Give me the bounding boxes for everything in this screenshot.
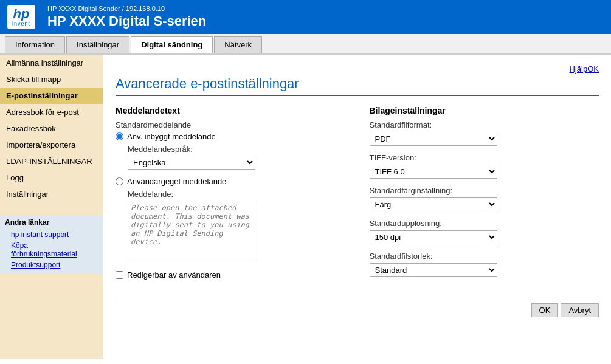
file-format-group: Standardfilformat: PDF TIFF JPEG bbox=[370, 120, 599, 146]
hp-logo: hp invent bbox=[7, 5, 35, 29]
editable-checkbox[interactable] bbox=[116, 271, 123, 279]
filesize-group: Standardfilstorlek: Standard Liten Stor bbox=[370, 252, 599, 277]
radio-builtin[interactable]: Anv. inbyggt meddelande bbox=[116, 132, 345, 141]
sidebar-item-fax[interactable]: Faxadressbok bbox=[0, 120, 103, 137]
sidebar-link-produktsupport[interactable]: Produktsupport bbox=[5, 259, 98, 270]
language-label: Meddelandespråk: bbox=[128, 145, 345, 154]
sidebar-item-adressbok[interactable]: Adressbok för e-post bbox=[0, 104, 103, 120]
color-label: Standardfärginställning: bbox=[370, 186, 599, 195]
sidebar-link-hp-support[interactable]: hp instant support bbox=[5, 229, 98, 240]
message-field-group: Meddelande: bbox=[128, 190, 345, 263]
tab-installningar[interactable]: Inställningar bbox=[66, 36, 129, 53]
tab-digital-sandning[interactable]: Digital sändning bbox=[131, 36, 213, 53]
content-area: Allmänna inställningar Skicka till mapp … bbox=[0, 55, 611, 359]
tiff-group: TIFF-version: TIFF 6.0 TIFF 4.0 bbox=[370, 153, 599, 179]
standard-label: Standardmeddelande bbox=[116, 120, 345, 129]
cancel-button[interactable]: Avbryt bbox=[561, 303, 599, 317]
main-content: OK Hjälp Avancerade e-postinställningar … bbox=[103, 55, 611, 359]
radio-group-message: Anv. inbyggt meddelande Meddelandespråk:… bbox=[116, 132, 345, 263]
attachment-section-title: Bilageinställningar bbox=[370, 106, 599, 115]
sidebar: Allmänna inställningar Skicka till mapp … bbox=[0, 55, 103, 359]
tiff-label: TIFF-version: bbox=[370, 153, 599, 162]
other-links-title: Andra länkar bbox=[5, 218, 98, 227]
radio-builtin-input[interactable] bbox=[116, 132, 123, 140]
message-textarea[interactable] bbox=[128, 201, 255, 261]
tiff-select[interactable]: TIFF 6.0 TIFF 4.0 bbox=[370, 165, 497, 179]
language-select[interactable]: Engelska Svenska Norska bbox=[128, 156, 255, 170]
sidebar-item-epost[interactable]: E-postinställningar bbox=[0, 88, 103, 104]
language-field-group: Meddelandespråk: Engelska Svenska Norska bbox=[128, 145, 345, 170]
sidebar-item-ldap[interactable]: LDAP-INSTÄLLNINGAR bbox=[0, 153, 103, 170]
checkbox-label: Redigerbar av användaren bbox=[127, 270, 221, 280]
file-format-select[interactable]: PDF TIFF JPEG bbox=[370, 132, 497, 146]
header-text: HP XXXX Digital Sender / 192.168.0.10 HP… bbox=[47, 5, 206, 29]
color-select[interactable]: Färg Gråskala Svartvit bbox=[370, 197, 497, 211]
color-group: Standardfärginställning: Färg Gråskala S… bbox=[370, 186, 599, 211]
other-links-section: Andra länkar hp instant support Köpa för… bbox=[0, 215, 103, 274]
nav-tabs: Information Inställningar Digital sändni… bbox=[0, 34, 611, 55]
radio-custom-label: Användargeget meddelande bbox=[127, 177, 226, 186]
header-subtitle: HP XXXX Digital Sender / 192.168.0.10 bbox=[47, 5, 206, 12]
radio-custom[interactable]: Användargeget meddelande bbox=[116, 177, 345, 186]
message-section-title: Meddelandetext bbox=[116, 106, 345, 115]
tab-information[interactable]: Information bbox=[5, 36, 65, 53]
sidebar-item-installs[interactable]: Inställningar bbox=[0, 186, 103, 202]
page-title: Avancerade e-postinställningar bbox=[116, 76, 599, 96]
help-link-text[interactable]: Hjälp bbox=[570, 64, 588, 74]
checkbox-row[interactable]: Redigerbar av användaren bbox=[116, 270, 345, 280]
radio-custom-input[interactable] bbox=[116, 177, 123, 185]
header: hp invent HP XXXX Digital Sender / 192.1… bbox=[0, 0, 611, 34]
filesize-select[interactable]: Standard Liten Stor bbox=[370, 263, 497, 277]
form-grid: Meddelandetext Standardmeddelande Anv. i… bbox=[116, 106, 599, 284]
header-title: HP XXXX Digital S-serien bbox=[47, 13, 206, 29]
sidebar-item-skicka-mapp[interactable]: Skicka till mapp bbox=[0, 71, 103, 88]
message-label: Meddelande: bbox=[128, 190, 345, 199]
resolution-group: Standardupplösning: 75 dpi 150 dpi 200 d… bbox=[370, 219, 599, 244]
sidebar-item-logg[interactable]: Logg bbox=[0, 170, 103, 186]
sidebar-link-kopa[interactable]: Köpa förbrukningsmaterial bbox=[5, 240, 98, 259]
sidebar-item-allmanna[interactable]: Allmänna inställningar bbox=[0, 55, 103, 71]
resolution-label: Standardupplösning: bbox=[370, 219, 599, 228]
ok-button[interactable]: OK bbox=[531, 303, 559, 317]
attachment-col: Bilageinställningar Standardfilformat: P… bbox=[370, 106, 599, 284]
filesize-label: Standardfilstorlek: bbox=[370, 252, 599, 261]
message-col: Meddelandetext Standardmeddelande Anv. i… bbox=[116, 106, 345, 284]
radio-builtin-label: Anv. inbyggt meddelande bbox=[127, 132, 216, 141]
logo-invent-text: invent bbox=[12, 21, 30, 27]
file-format-label: Standardfilformat: bbox=[370, 120, 599, 129]
form-footer: OK Avbryt bbox=[116, 297, 599, 317]
logo-hp-text: hp bbox=[13, 7, 30, 21]
help-link[interactable]: OK bbox=[587, 64, 599, 74]
tab-natverk[interactable]: Nätverk bbox=[214, 36, 262, 53]
sidebar-item-importera[interactable]: Importera/exportera bbox=[0, 137, 103, 153]
resolution-select[interactable]: 75 dpi 150 dpi 200 dpi 300 dpi 400 dpi 6… bbox=[370, 230, 497, 244]
